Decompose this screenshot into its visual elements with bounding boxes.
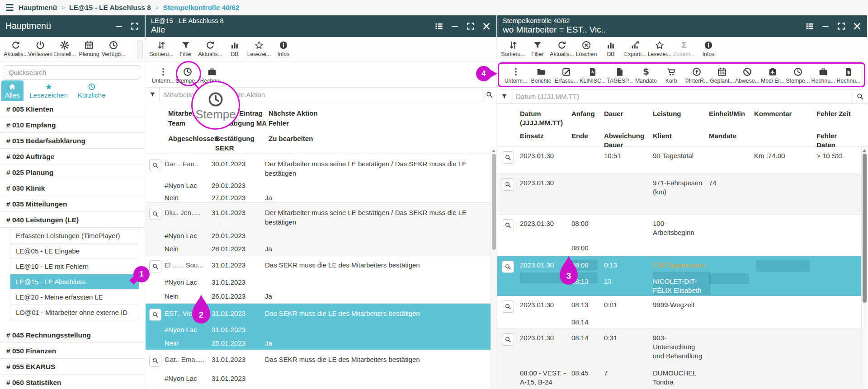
refresh-button[interactable]: Aktualis... — [550, 40, 574, 57]
submodules-button[interactable]: Unterm... — [504, 67, 528, 84]
refresh-button[interactable]: Aktualis... — [4, 40, 28, 57]
sort-button[interactable]: Sortieru... — [149, 40, 174, 57]
maximize-icon[interactable] — [130, 22, 139, 31]
medi-button[interactable]: Medi Er... — [760, 67, 785, 84]
submodules-button[interactable]: Unterm... — [151, 67, 175, 84]
search-icon[interactable] — [853, 89, 867, 103]
db-button[interactable]: DB — [222, 40, 247, 57]
menu-item-ekarus[interactable]: # 055 EKARUS — [0, 359, 145, 375]
col-zu-bearbeiten[interactable]: Zu bearbeiten — [269, 134, 496, 144]
menu-item-empfang[interactable]: # 010 Empfang — [0, 117, 145, 133]
search-icon[interactable] — [482, 88, 496, 102]
table-row[interactable]: 2023.01.30 971-Fahrspesen (km) 74 — [497, 174, 867, 215]
mandate-button[interactable]: Mandate — [634, 67, 658, 84]
close-icon[interactable] — [482, 22, 491, 31]
scrollbar-thumb[interactable] — [492, 154, 496, 250]
planning-button[interactable]: Planung — [77, 40, 101, 57]
settings-button[interactable]: Einstell... — [52, 40, 77, 57]
vertical-scrollbar[interactable] — [861, 147, 867, 389]
submenu-item-lo01[interactable]: LO@01 - Mitarbeiter ohne externe ID — [10, 305, 139, 320]
hamburger-icon[interactable] — [5, 3, 14, 12]
row-detail-button[interactable] — [502, 219, 514, 231]
datum-filter-input[interactable] — [511, 89, 853, 103]
menu-item-statistiken[interactable]: # 060 Statistiken — [0, 375, 145, 389]
row-detail-button[interactable] — [502, 178, 514, 191]
tagesplan-button[interactable]: TAGESP... — [607, 67, 633, 84]
breadcrumb-stempelkontrolle[interactable]: Stempelkontrolle 40/62 — [163, 4, 240, 12]
table-row[interactable]: Dar... Fan.. 30.01.2023 Der Mitarbeiter … — [146, 154, 496, 203]
row-detail-button[interactable] — [149, 355, 161, 367]
sort-button[interactable]: Sortieru... — [501, 40, 525, 57]
col-leistung[interactable]: Leistung — [653, 109, 709, 127]
maximize-icon[interactable] — [466, 22, 475, 31]
tab-alles[interactable]: Alles — [1, 80, 24, 101]
vertical-scrollbar[interactable] — [491, 147, 496, 389]
table-row[interactable]: Gat.. Ema..... 31.01.2023 Das SEKR muss … — [146, 350, 496, 389]
row-detail-button[interactable] — [149, 208, 161, 220]
table-row-selected[interactable]: 2023.01.30 08:00 0:13 126-Organisation 0… — [497, 256, 867, 296]
bookmark-button[interactable]: Lesezei... — [247, 40, 271, 57]
col-fehler-zeit[interactable]: Fehler Zeit — [816, 109, 854, 127]
col-fehler[interactable]: Fehler — [269, 118, 496, 128]
scroll-up-arrow[interactable] — [863, 149, 866, 152]
menu-item-planung[interactable]: # 025 Planung — [0, 164, 145, 180]
menu-item-auftraege[interactable]: # 020 Aufträge — [0, 149, 145, 164]
row-detail-button[interactable] — [149, 260, 161, 272]
stempel-button[interactable]: Stempe... — [786, 67, 810, 84]
row-detail-button[interactable] — [502, 151, 514, 164]
bookmark-button[interactable]: Lesezei... — [647, 40, 672, 57]
korb-button[interactable]: Korb — [659, 67, 684, 84]
row-detail-button[interactable] — [502, 333, 514, 346]
filter-button[interactable]: Filter — [525, 40, 550, 57]
row-detail-button[interactable] — [149, 309, 161, 321]
erfassung-button[interactable]: Erfassu... — [554, 67, 579, 84]
submenu-item-le15-selected[interactable]: LE@15 - LE Abschluss — [10, 274, 139, 290]
filter-button[interactable]: Filter — [174, 40, 198, 57]
menu-item-klienten[interactable]: # 005 Klienten — [0, 101, 145, 117]
abwesenheit-button[interactable]: Abwese... — [735, 67, 760, 84]
submenu-item-le05[interactable]: LE@05 - LE Eingabe — [10, 244, 139, 259]
scroll-up-arrow[interactable] — [492, 150, 495, 152]
menu-item-bedarfsabklaerung[interactable]: # 015 Bedarfsabklärung — [0, 133, 145, 149]
scrollbar-thumb[interactable] — [863, 154, 867, 303]
leave-button[interactable]: Verlassen — [28, 40, 52, 57]
breadcrumb-hauptmenu[interactable]: Hauptmenü — [19, 4, 57, 12]
col-abgeschlossen[interactable]: Abgeschlossen — [168, 134, 215, 144]
col-naechste-aktion[interactable]: Nächste Aktion — [269, 108, 496, 118]
row-detail-button[interactable] — [502, 261, 514, 273]
menu-item-klinik[interactable]: # 030 Klinik — [0, 180, 145, 196]
info-button[interactable]: Infos — [271, 40, 296, 57]
col-einheit-min[interactable]: Einheit/Min — [709, 109, 754, 127]
maximize-icon[interactable] — [837, 22, 846, 31]
tab-kuerzliche[interactable]: Kürzliche — [74, 80, 109, 101]
close-icon[interactable] — [853, 22, 862, 31]
menu-item-rechnungsstellung[interactable]: # 045 Rechnungsstellung — [0, 327, 145, 343]
export-button[interactable]: Exporti... — [623, 40, 647, 57]
berichte-button[interactable]: Berichte — [529, 67, 553, 84]
quicksearch-input[interactable] — [4, 65, 140, 80]
rechnung-doc-button[interactable]: Rechnu... — [836, 67, 861, 84]
availability-button[interactable]: Verfügb... — [101, 40, 126, 57]
submenu-item-le20[interactable]: LE@20 - Meine erfassten LE — [10, 290, 139, 305]
tab-lesezeichen[interactable]: Lesezeichen — [26, 80, 71, 101]
menu-item-leistungen[interactable]: # 040 Leistungen (LE) — [0, 212, 145, 228]
col-bestaetigung-sekr[interactable]: Bestätigung SEKR — [215, 134, 269, 153]
klinisch-button[interactable]: KLINISC... — [580, 67, 606, 84]
col-datum[interactable]: Datum (JJJJ.MM.TT) — [520, 109, 571, 127]
table-row[interactable]: 2023.01.30 08:13 0:01 9999-Wegzeit 08:14 — [497, 296, 867, 329]
table-row[interactable]: 2023.01.30 08:14 0:31 903-Untersuchung u… — [497, 329, 867, 389]
summary-button[interactable]: Zusam... — [672, 40, 696, 57]
submenu-item-timeplayer[interactable]: Erfassten Leistungen (TimePlayer) — [10, 228, 139, 244]
minimize-icon[interactable] — [450, 22, 459, 31]
menu-item-mitteilungen[interactable]: # 035 Mitteilungen — [0, 196, 145, 212]
table-row[interactable]: 2023.01.30 08:00 100-Arbeitsbeginn 08:00 — [497, 215, 867, 256]
minimize-icon[interactable] — [114, 22, 123, 31]
rechnung-button[interactable]: Rechnu... — [811, 67, 835, 84]
menu-item-finanzen[interactable]: # 050 Finanzen — [0, 343, 145, 359]
submenu-item-le10[interactable]: LE@10 - LE mit Fehlern — [10, 259, 139, 274]
list-view-icon[interactable] — [805, 22, 814, 31]
clipped-toolbar-button[interactable] — [137, 40, 143, 59]
row-detail-button[interactable] — [149, 159, 161, 171]
col-anfang[interactable]: Anfang — [571, 109, 604, 127]
refresh-button[interactable]: Aktualis... — [198, 40, 222, 57]
